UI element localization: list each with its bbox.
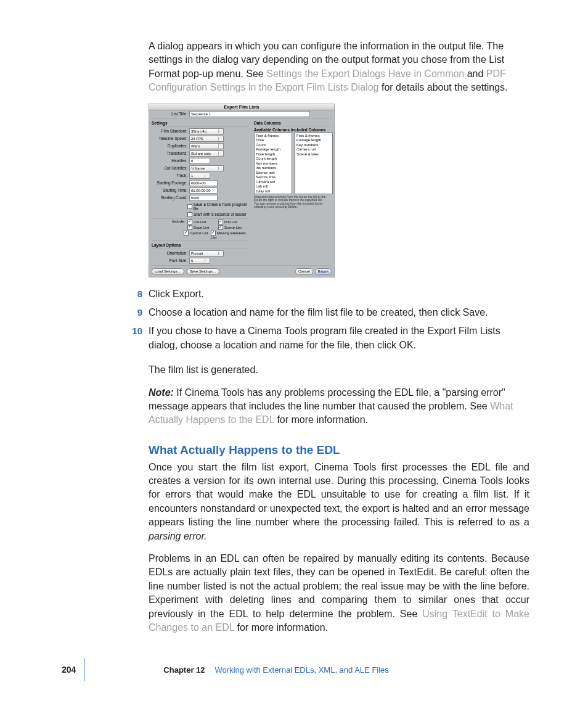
export-button[interactable]: Export [315, 268, 332, 275]
step-number: 10 [125, 324, 149, 352]
text: for more information. [274, 414, 368, 425]
list-item[interactable]: Scene & take [296, 152, 331, 157]
list-item[interactable]: Count [256, 143, 290, 148]
handles-label: Handles: [152, 158, 189, 163]
note-label: Note: [149, 387, 176, 398]
list-title-label: List Title: [152, 112, 189, 116]
available-columns-list[interactable]: Feet & framesTimeCountFootage lengthTime… [254, 133, 292, 194]
cut-list-label: Cut List [194, 220, 206, 223]
settings-heading: Settings [149, 120, 251, 126]
list-title-input[interactable]: Sequence 1 [189, 111, 310, 117]
steps-list: 8Click Export. 9Choose a location and na… [149, 287, 529, 353]
list-item[interactable]: Clip name [256, 194, 290, 194]
starting-time-input[interactable]: 01:00:00:00 [189, 187, 218, 194]
film-standard-label: Film Standard: [152, 129, 189, 133]
list-item[interactable]: Footage length [256, 147, 290, 152]
telecine-speed-select[interactable]: 24 FPS [189, 136, 224, 142]
step-number: 9 [125, 306, 149, 319]
missing-list-label: Missing Elements List [211, 231, 246, 239]
text: If Cinema Tools has any problems process… [149, 387, 505, 411]
include-label: Include: [152, 220, 187, 224]
included-columns-label: Included Columns [291, 128, 328, 132]
section-paragraph-1: Once you start the film list export, Cin… [149, 461, 529, 543]
start-leader-label: Start with 8 seconds of leader [194, 212, 247, 216]
save-program-file-label: Save a Cinema Tools program file [194, 202, 249, 211]
note-paragraph: Note: If Cinema Tools has any problems p… [149, 386, 529, 427]
font-size-select[interactable]: 6 [189, 258, 210, 264]
pull-list-label: Pull List [224, 220, 237, 223]
list-item[interactable]: Source time [256, 175, 290, 180]
text: Once you start the film list export, Cin… [149, 462, 529, 528]
transitions-select[interactable]: Std are cuts [189, 150, 224, 157]
step-text: Click Export. [149, 287, 529, 301]
section-heading: What Actually Happens to the EDL [149, 443, 529, 457]
list-item[interactable]: Lab roll [256, 184, 290, 189]
chapter-label: Chapter 12 [163, 665, 205, 675]
starting-footage-label: Starting Footage: [152, 181, 189, 185]
list-item[interactable]: Time length [256, 152, 290, 157]
list-item[interactable]: Key numbers [256, 162, 290, 166]
list-item[interactable]: Ink numbers [256, 166, 290, 171]
duplicates-label: Duplicates: [152, 144, 189, 148]
step-text: If you chose to have a Cinema Tools prog… [149, 324, 529, 352]
starting-time-label: Starting Time: [152, 188, 189, 192]
cut-handles-label: Cut Handles: [152, 166, 189, 170]
dupe-list-checkbox[interactable] [187, 225, 192, 230]
text: and [464, 68, 486, 79]
track-select[interactable]: 1 [189, 173, 210, 179]
starting-count-input[interactable]: 0000 [189, 195, 218, 201]
list-item[interactable]: Time [256, 138, 290, 143]
layout-options-heading: Layout Options [149, 242, 251, 248]
included-columns-list[interactable]: Feet & framesFootage lengthKey numbersCa… [295, 133, 333, 194]
section-paragraph-2: Problems in an EDL can often be repaired… [149, 552, 529, 634]
cut-list-checkbox[interactable] [187, 220, 192, 224]
track-label: Track: [152, 173, 189, 178]
list-item[interactable]: Camera roll [256, 180, 290, 185]
film-standard-select[interactable]: 35mm 4p [189, 128, 224, 134]
cancel-button[interactable]: Cancel [295, 268, 313, 275]
chapter-title: Working with External EDLs, XML, and ALE… [215, 665, 389, 675]
page-footer: 204 Chapter 12 Working with External EDL… [62, 658, 389, 681]
optical-list-checkbox[interactable] [184, 231, 189, 236]
list-item[interactable]: Daily roll [256, 189, 290, 194]
starting-footage-input[interactable]: 0000+00 [189, 180, 218, 186]
dupe-list-label: Dupe List [194, 225, 209, 229]
missing-list-checkbox[interactable] [211, 231, 216, 236]
duplicates-select[interactable]: Warn [189, 143, 224, 149]
list-item[interactable]: Footage length [296, 138, 331, 143]
list-item[interactable]: Count length [256, 157, 290, 162]
save-settings-button[interactable]: Save Settings… [187, 268, 219, 275]
telecine-speed-label: Telecine Speed: [152, 136, 189, 141]
list-item[interactable]: Camera roll [296, 147, 331, 152]
save-program-file-checkbox[interactable] [187, 204, 192, 209]
orientation-label: Orientation: [152, 251, 189, 255]
footer-divider [84, 658, 84, 681]
starting-count-label: Starting Count: [152, 195, 189, 200]
step-text: Choose a location and name for the film … [149, 306, 529, 319]
list-item[interactable]: Key numbers [296, 143, 331, 148]
step-number: 8 [125, 287, 149, 301]
page-body: A dialog appears in which you can config… [149, 39, 529, 643]
transitions-label: Transitions: [152, 151, 189, 155]
pull-list-checkbox[interactable] [218, 220, 223, 224]
data-columns-heading: Data Columns [254, 121, 335, 126]
optical-list-label: Optical List [190, 231, 208, 234]
orientation-select[interactable]: Portrait [189, 250, 224, 257]
link-common-settings[interactable]: Settings the Export Dialogs Have in Comm… [266, 68, 464, 79]
start-leader-checkbox[interactable] [187, 212, 192, 217]
list-item[interactable]: Source reel [256, 171, 290, 176]
list-item[interactable]: Feet & frames [256, 134, 290, 139]
available-columns-label: Available Columns [254, 128, 291, 132]
scene-list-label: Scene List [224, 225, 242, 229]
scene-list-checkbox[interactable] [218, 225, 223, 230]
font-size-label: Font Size: [152, 258, 189, 263]
page-number: 204 [62, 665, 76, 675]
text: for more information. [234, 622, 328, 633]
handles-input[interactable]: 0 [189, 158, 210, 164]
export-film-lists-dialog: Export Film Lists List Title: Sequence 1… [149, 104, 333, 277]
load-settings-button[interactable]: Load Settings… [152, 268, 184, 275]
parsing-error-term: parsing error. [149, 531, 207, 541]
columns-hint: Drag and drop columns from the list on t… [254, 195, 328, 209]
list-item[interactable]: Feet & frames [296, 134, 331, 139]
cut-handles-select[interactable]: ½ frame [189, 165, 224, 171]
